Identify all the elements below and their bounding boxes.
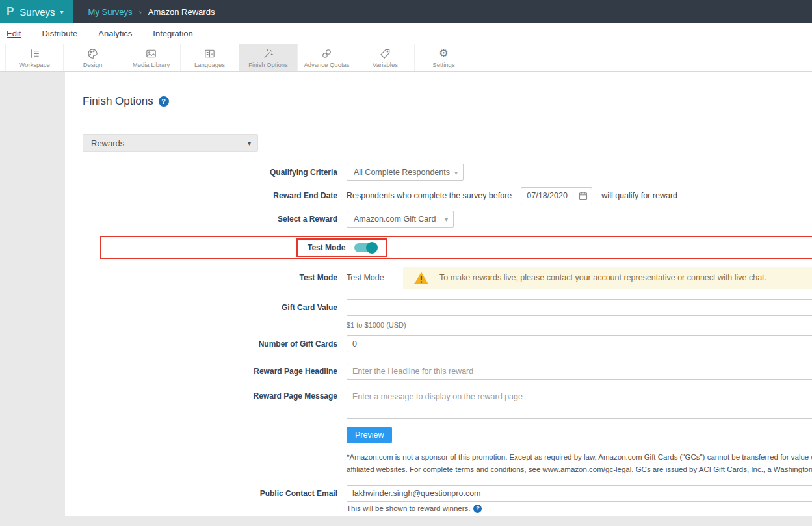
toolbar-item-label: Finish Options (248, 61, 288, 68)
breadcrumb-current: Amazon Rewards (148, 7, 215, 17)
links-icon (321, 47, 333, 60)
test-mode-highlight-inner: Test Mode (296, 238, 387, 257)
warning-triangle-icon (413, 271, 429, 285)
toolbar-item-languages[interactable]: A Languages (181, 44, 239, 71)
tag-icon (379, 47, 391, 60)
number-of-gift-cards-input[interactable] (347, 335, 812, 352)
test-mode-toggle-label: Test Mode (308, 243, 345, 252)
finish-options-panel: Finish Options ? Rewards ▾ Qualifying Cr… (65, 72, 812, 516)
public-contact-email-helper-text: This will be shown to reward winners. (347, 505, 470, 512)
magic-wand-icon (262, 47, 274, 60)
qualifying-criteria-label: Qualifying Criteria (83, 168, 347, 177)
select-reward-select[interactable]: Amazon.com Gift Card ▾ (347, 211, 454, 228)
toolbar-item-advance-quotas[interactable]: Advance Quotas (298, 44, 356, 71)
reward-end-date-suffix: will qualify for reward (601, 191, 677, 200)
nav-tabs: Edit Distribute Analytics Integration (0, 23, 812, 44)
toolbar-item-finish-options[interactable]: Finish Options (239, 44, 298, 71)
reward-end-date-label: Reward End Date (83, 191, 347, 200)
surveys-menu[interactable]: P Surveys ▾ (0, 0, 73, 23)
amazon-disclaimer: *Amazon.com is not a sponsor of this pro… (347, 451, 812, 476)
page-background: Finish Options ? Rewards ▾ Qualifying Cr… (0, 72, 812, 526)
palette-icon (86, 47, 99, 60)
toolbar-item-label: Settings (432, 61, 454, 68)
toolbar-item-label: Workspace (19, 61, 49, 68)
chevron-down-icon: ▾ (248, 140, 251, 147)
public-contact-email-input[interactable] (347, 485, 812, 502)
preview-button[interactable]: Preview (347, 427, 392, 443)
help-icon[interactable]: ? (159, 96, 169, 107)
select-reward-label: Select a Reward (83, 215, 347, 224)
reward-end-date-prefix: Respondents who complete the survey befo… (347, 191, 512, 200)
toolbar-item-label: Design (83, 61, 103, 68)
test-mode-highlight-outer (100, 236, 812, 259)
gift-card-value-input[interactable] (347, 299, 812, 316)
reward-page-message-textarea[interactable] (347, 388, 812, 419)
toolbar-item-label: Advance Quotas (304, 61, 349, 68)
svg-text:A: A (211, 51, 214, 55)
surveys-menu-label: Surveys (20, 7, 55, 18)
toolbar-item-label: Media Library (133, 61, 170, 68)
page-title: Finish Options (83, 95, 153, 108)
workspace-icon (29, 47, 41, 60)
topbar: P Surveys ▾ My Surveys › Amazon Rewards (0, 0, 812, 23)
chevron-down-icon: ▾ (445, 216, 448, 223)
questionpro-logo: P (7, 5, 14, 18)
select-reward-value: Amazon.com Gift Card (354, 215, 436, 224)
warning-text: To make rewards live, please contact you… (439, 273, 766, 282)
public-contact-email-helper: This will be shown to reward winners. ? (347, 505, 812, 513)
qualifying-criteria-value: All Complete Respondents (354, 168, 450, 177)
public-contact-email-label: Public Contact Email (83, 489, 347, 498)
toolbar-item-label: Languages (194, 61, 225, 68)
gift-card-value-helper: $1 to $1000 (USD) (347, 321, 812, 329)
reward-page-headline-input[interactable] (347, 363, 812, 380)
rewards-section-select[interactable]: Rewards ▾ (83, 134, 258, 152)
tab-distribute[interactable]: Distribute (42, 29, 77, 38)
toolbar-item-label: Variables (373, 61, 398, 68)
gear-icon: ⚙ (439, 47, 448, 60)
qualifying-criteria-select[interactable]: All Complete Respondents ▾ (347, 164, 464, 181)
image-icon (145, 47, 157, 60)
calendar-icon[interactable] (579, 191, 588, 200)
test-mode-status-label: Test Mode (83, 273, 347, 282)
reward-end-date-input[interactable]: 07/18/2020 (521, 187, 592, 204)
toggle-knob (366, 242, 378, 254)
breadcrumb: My Surveys › Amazon Rewards (88, 0, 215, 23)
toolbar-item-settings[interactable]: ⚙ Settings (415, 44, 473, 71)
test-mode-toggle[interactable] (354, 243, 376, 252)
breadcrumb-separator-icon: › (138, 7, 141, 17)
reward-end-date-value: 07/18/2020 (527, 191, 568, 200)
test-mode-warning: To make rewards live, please contact you… (403, 267, 812, 289)
tab-edit[interactable]: Edit (7, 29, 21, 38)
tab-integration[interactable]: Integration (153, 29, 192, 38)
toolbar-item-workspace[interactable]: Workspace (5, 44, 64, 71)
disclaimer-line-1: *Amazon.com is not a sponsor of this pro… (347, 451, 812, 464)
test-mode-status-value: Test Mode (347, 273, 403, 282)
number-of-gift-cards-label: Number of Gift Cards (83, 339, 347, 348)
gift-card-value-label: Gift Card Value (83, 303, 347, 312)
chevron-down-icon: ▾ (454, 169, 458, 176)
rewards-select-value: Rewards (91, 138, 124, 148)
help-icon[interactable]: ? (473, 505, 482, 513)
tab-analytics[interactable]: Analytics (98, 29, 132, 38)
chevron-down-icon: ▾ (60, 8, 64, 16)
breadcrumb-my-surveys[interactable]: My Surveys (88, 7, 133, 17)
disclaimer-line-2: affiliated websites. For complete terms … (347, 464, 812, 476)
toolbar-item-variables[interactable]: Variables (356, 44, 415, 71)
edit-toolbar: Workspace Design Media Library A Languag… (0, 44, 812, 72)
toolbar-item-design[interactable]: Design (64, 44, 122, 71)
languages-icon: A (203, 47, 216, 60)
reward-page-headline-label: Reward Page Headline (83, 367, 347, 376)
reward-page-message-label: Reward Page Message (83, 388, 347, 401)
toolbar-item-media-library[interactable]: Media Library (122, 44, 181, 71)
